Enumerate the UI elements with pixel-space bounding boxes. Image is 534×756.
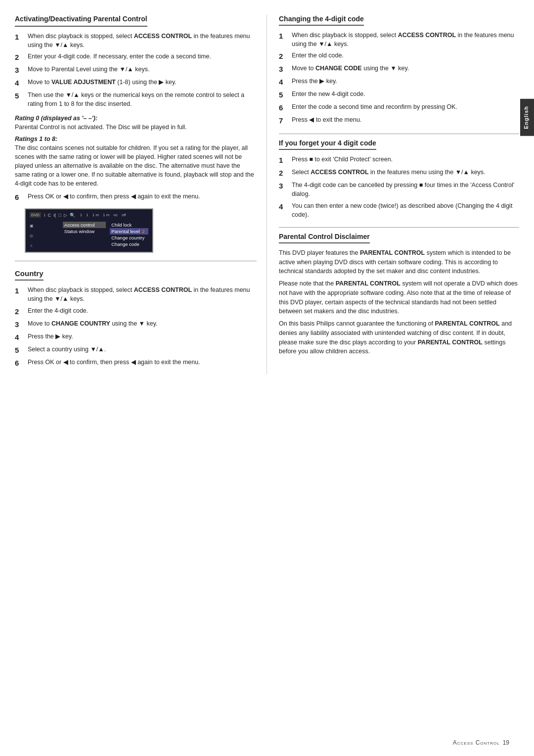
list-item: 4 Move to VALUE ADJUSTMENT (1-8) using t… [15, 78, 257, 88]
rating1-title: Ratings 1 to 8: [15, 136, 257, 142]
divider-disclaimer [279, 227, 519, 228]
item-number: 5 [15, 345, 25, 355]
item-number: 1 [15, 285, 25, 296]
item-text: When disc playback is stopped, select AC… [292, 31, 519, 48]
item-text: Press OK or ◀ to confirm, then press ◀ a… [28, 192, 257, 201]
screen-submenu-change-country: Change country [110, 235, 148, 241]
country-section: Country 1 When disc playback is stopped,… [15, 269, 257, 368]
item-text: When disc playback is stopped, select AC… [28, 32, 257, 49]
item-text: Enter your 4-digit code. If necessary, e… [28, 52, 257, 61]
country-list: 1 When disc playback is stopped, select … [15, 285, 257, 368]
section-activating-title: Activating/Deactivating Parental Control [15, 15, 147, 27]
list-item: 3 Move to CHANGE CODE using the ▼ key. [279, 64, 519, 74]
item-text: Press OK or ◀ to confirm, then press ◀ a… [28, 358, 257, 367]
screen-badge: 2 [142, 229, 144, 234]
left-column: Activating/Deactivating Parental Control… [15, 15, 267, 374]
item-number: 1 [15, 32, 25, 42]
item-text: Enter the code a second time and reconfi… [292, 102, 519, 111]
list-item: 2 Enter your 4-digit code. If necessary,… [15, 52, 257, 62]
screen-menu-access-control: Access control [63, 222, 106, 228]
page-container: English Activating/Deactivating Parental… [0, 0, 534, 756]
footer-title: Access Control [453, 739, 500, 746]
screen-music-icon: ♫ [30, 243, 59, 248]
screen-icon-4: □ [58, 213, 61, 218]
item-number: 5 [15, 91, 25, 101]
screen-submenu: Child lock Parental level 2 Change count… [108, 220, 150, 250]
screen-times: 1 1 1 m 1 m nc off [80, 213, 126, 217]
section-disclaimer: Parental Control Disclaimer This DVD pla… [279, 233, 519, 356]
item-number: 6 [279, 102, 289, 113]
screen-dvd-label: DVD [30, 212, 41, 218]
item-text: Move to CHANGE COUNTRY using the ▼ key. [28, 319, 257, 328]
disclaimer-para-1: This DVD player features the PARENTAL CO… [279, 248, 519, 276]
rating1-text: The disc contains scenes not suitable fo… [15, 143, 257, 189]
screen-icon-5: ▷ [64, 213, 67, 218]
list-item: 2 Enter the 4-digit code. [15, 306, 257, 317]
screen-time-1: 1 [80, 213, 82, 217]
screen-time-3: 1 m [92, 213, 99, 217]
list-item: 5 Then use the ▼/▲ keys or the numerical… [15, 91, 257, 108]
section-forget-title: If you forget your 4 digit code [279, 139, 376, 150]
item-text: Enter the new 4-digit code. [292, 90, 519, 98]
section-changing-code-title: Changing the 4-digit code [279, 15, 364, 26]
country-section-title: Country [15, 269, 44, 281]
item-number: 3 [15, 65, 25, 75]
item-number: 4 [279, 77, 289, 87]
screen-left-panel: ▣ ◎ ♫ [28, 220, 61, 250]
screen-time-5: nc [113, 213, 117, 217]
screen-icon-6: 🔍 [70, 213, 75, 218]
screen-image: DVD I C I( □ ▷ 🔍 1 1 1 m 1 m nc [25, 208, 153, 253]
item-text: Press ■ to exit 'Child Protect' screen. [292, 155, 519, 164]
divider-forget [279, 134, 519, 134]
section-activating: Activating/Deactivating Parental Control… [15, 15, 257, 202]
list-item: 3 Move to Parental Level using the ▼/▲ k… [15, 65, 257, 75]
screen-icon-3: I( [53, 213, 56, 218]
disclaimer-para-2: Please note that the PARENTAL CONTROL sy… [279, 279, 519, 316]
list-item: 4 Press the ▶ key. [279, 77, 519, 87]
screen-menu: Access control Status window [61, 220, 108, 250]
screen-time-6: off [122, 213, 126, 217]
item-number: 5 [279, 90, 289, 100]
footer-page: 19 [503, 739, 509, 746]
item-number: 6 [15, 192, 25, 202]
activating-list: 1 When disc playback is stopped, select … [15, 32, 257, 109]
screen-disc-icon: ◎ [30, 234, 59, 238]
activating-list-2: 6 Press OK or ◀ to confirm, then press ◀… [15, 192, 257, 202]
screen-icon-2: C [47, 213, 51, 218]
item-text: Move to VALUE ADJUSTMENT (1-8) using the… [28, 78, 257, 87]
list-item: 2 Enter the old code. [279, 51, 519, 61]
item-text: Press the ▶ key. [292, 77, 519, 86]
list-item: 4 Press the ▶ key. [15, 332, 257, 342]
forget-code-list: 1 Press ■ to exit 'Child Protect' screen… [279, 155, 519, 219]
item-text: Select ACCESS CONTROL in the features me… [292, 168, 519, 177]
list-item: 7 Press ◀ to exit the menu. [279, 115, 519, 126]
item-number: 7 [279, 115, 289, 126]
rating0-text: Parental Control is not activated. The D… [15, 123, 257, 132]
list-item: 1 Press ■ to exit 'Child Protect' screen… [279, 155, 519, 165]
item-number: 3 [279, 64, 289, 74]
item-number: 2 [15, 306, 25, 317]
list-item: 1 When disc playback is stopped, select … [15, 285, 257, 303]
item-text: Select a country using ▼/▲. [28, 345, 257, 354]
item-text: Move to Parental Level using the ▼/▲ key… [28, 65, 257, 74]
item-number: 4 [15, 78, 25, 88]
screen-menu-status: Status window [63, 228, 106, 235]
screen-top-bar: DVD I C I( □ ▷ 🔍 1 1 1 m 1 m nc [28, 211, 150, 219]
list-item: 5 Enter the new 4-digit code. [279, 90, 519, 100]
list-item: 1 When disc playback is stopped, select … [15, 32, 257, 49]
screen-time-4: 1 m [103, 213, 109, 217]
section-changing-code: Changing the 4-digit code 1 When disc pl… [279, 15, 519, 126]
item-number: 1 [279, 31, 289, 41]
item-number: 3 [15, 319, 25, 330]
list-item: 1 When disc playback is stopped, select … [279, 31, 519, 48]
screen-time-2: 1 [86, 213, 88, 217]
screen-submenu-parental-level: Parental level 2 [110, 228, 148, 235]
rating0-title: Rating 0 (displayed as '– –'): [15, 115, 257, 122]
footer: Access Control 19 [453, 739, 509, 746]
changing-code-list: 1 When disc playback is stopped, select … [279, 31, 519, 126]
list-item: 2 Select ACCESS CONTROL in the features … [279, 168, 519, 178]
list-item: 4 You can then enter a new code (twice!)… [279, 201, 519, 219]
item-text: You can then enter a new code (twice!) a… [292, 201, 519, 219]
item-number: 3 [279, 181, 289, 191]
item-text: The 4-digit code can be cancelled by pre… [292, 181, 519, 198]
